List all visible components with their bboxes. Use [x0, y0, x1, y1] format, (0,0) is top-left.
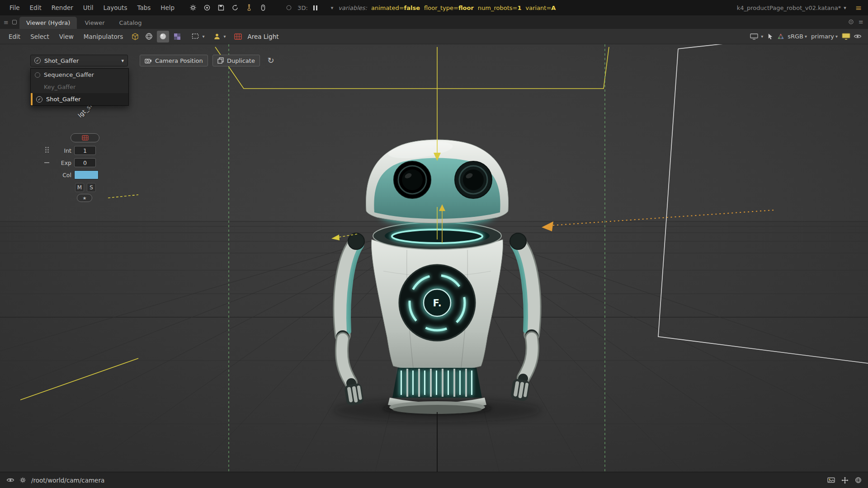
menu-util[interactable]: Util [78, 4, 99, 11]
channel-dropdown[interactable]: primary▾ [811, 33, 839, 40]
robot-chest-badge: F. [433, 298, 441, 309]
monitor-icon[interactable] [842, 33, 850, 40]
duplicate-icon [217, 57, 224, 64]
shading-cube-button[interactable] [129, 31, 141, 42]
snapshot-icon[interactable] [827, 477, 835, 483]
viewer-menu-manipulators[interactable]: Manipulators [79, 33, 128, 40]
marquee-icon [192, 33, 199, 40]
display-icon[interactable] [750, 33, 758, 40]
menu-option-sequence-gaffer[interactable]: Sequence_Gaffer [31, 69, 128, 81]
area-light-button[interactable] [232, 31, 244, 42]
favorite-button[interactable]: ★ [77, 194, 92, 202]
render-layers-button[interactable] [171, 31, 183, 42]
area-light-label: Area Light [247, 33, 278, 40]
viewer-toolbar: Edit Select View Manipulators ▾ ▾ Area L… [0, 29, 868, 44]
gaffer-dropdown-menu: Sequence_Gaffer Key_Gaffer ✓ Shot_Gaffer [30, 68, 129, 106]
rotate-manipulator-button[interactable]: ↻ [264, 53, 278, 67]
pane-options-icon[interactable]: ≡ [859, 19, 863, 25]
menu-help[interactable]: Help [156, 4, 179, 11]
reset-icon[interactable] [231, 4, 239, 11]
gaffer-select-dropdown[interactable]: ✓ Shot_Gaffer ▾ [30, 55, 128, 66]
main-menubar: File Edit Render Util Layouts Tabs Help … [0, 0, 868, 15]
pause-icon[interactable] [313, 5, 317, 10]
check-circle-icon: ✓ [36, 96, 42, 103]
shaded-sphere-icon [159, 33, 167, 40]
intensity-field[interactable]: 1 [74, 146, 96, 155]
menu-option-shot-gaffer[interactable]: ✓ Shot_Gaffer [31, 93, 128, 105]
empty-circle-icon [35, 72, 40, 78]
light-widget-header[interactable] [71, 133, 99, 142]
viewport-3d[interactable]: F. [0, 44, 868, 472]
rotate-icon: ↻ [267, 56, 274, 65]
collapse-handle-icon[interactable] [44, 162, 49, 163]
mode-label: 3D: [297, 5, 308, 11]
area-light-icon [234, 33, 242, 40]
tab-viewer[interactable]: Viewer [78, 17, 111, 29]
eye-icon[interactable] [854, 33, 862, 39]
chevron-down-icon: ▾ [805, 34, 807, 39]
menu-render[interactable]: Render [47, 4, 78, 11]
gear-icon[interactable] [189, 4, 197, 11]
light-creation-button[interactable] [211, 31, 223, 42]
pane-menu-icon[interactable]: ≡ [4, 19, 9, 26]
variables-label: variables: [338, 5, 367, 11]
graph-state-variables[interactable]: ▾ variables: animated=false floor_type=f… [331, 5, 556, 11]
chevron-down-icon: ▾ [331, 5, 334, 11]
person-icon [213, 33, 221, 40]
globe-icon[interactable] [855, 477, 862, 483]
marquee-select-button[interactable] [189, 31, 202, 42]
tabbar-right-icons: ≡ [848, 19, 863, 25]
node-target-icon[interactable] [203, 4, 211, 11]
environment-button[interactable] [143, 31, 155, 42]
cursor-icon[interactable] [767, 33, 774, 40]
menu-edit[interactable]: Edit [25, 4, 47, 11]
mute-toggle[interactable]: M [75, 183, 84, 192]
device-icon[interactable] [259, 4, 267, 11]
pane-split-icon[interactable] [12, 20, 17, 24]
variable-variant[interactable]: variant=A [526, 5, 556, 11]
pan-move-icon[interactable] [841, 477, 849, 484]
checker-icon [174, 33, 181, 40]
menubar-icon-group [189, 4, 267, 11]
light-color-swatch[interactable] [74, 170, 99, 179]
robot-left-eye [394, 161, 431, 198]
gear-icon[interactable] [19, 477, 26, 483]
exposure-field[interactable]: 0 [74, 158, 96, 167]
lighting-mode-button[interactable] [157, 31, 169, 42]
menu-layouts[interactable]: Layouts [99, 4, 132, 11]
viewport-canvas[interactable]: F. [0, 44, 868, 472]
viewer-menu-view[interactable]: View [54, 33, 79, 40]
star-icon: ★ [83, 196, 87, 201]
solo-toggle[interactable]: S [87, 183, 96, 192]
camera-position-button[interactable]: Camera Position [140, 55, 208, 66]
variable-num-robots[interactable]: num_robots=1 [478, 5, 522, 11]
main-menu-icon[interactable]: ≡ [855, 3, 862, 12]
statusbar-right-icons [827, 477, 862, 484]
menu-tabs[interactable]: Tabs [132, 4, 156, 11]
tab-viewer-hydra[interactable]: Viewer (Hydra) [19, 17, 77, 29]
variable-floor-type[interactable]: floor_type=floor [424, 5, 474, 11]
menu-option-key-gaffer[interactable]: Key_Gaffer [31, 81, 128, 93]
save-icon[interactable] [217, 4, 225, 11]
viewer-menu-select[interactable]: Select [25, 33, 54, 40]
flask-icon[interactable] [245, 4, 253, 11]
drag-handle-icon[interactable] [45, 147, 47, 148]
variable-animated[interactable]: animated=false [371, 5, 420, 11]
color-wheel-icon[interactable] [777, 33, 784, 40]
chevron-down-icon[interactable]: ▾ [202, 34, 204, 39]
duplicate-button[interactable]: Duplicate [212, 55, 260, 66]
toolbar-right-group: ▾ sRGB▾ primary▾ [750, 33, 864, 40]
chevron-down-icon[interactable]: ▾ [844, 5, 846, 11]
chevron-down-icon[interactable]: ▾ [223, 34, 226, 39]
viewer-menu-edit[interactable]: Edit [4, 33, 25, 40]
katana-application-window: File Edit Render Util Layouts Tabs Help … [0, 0, 868, 488]
colorspace-dropdown[interactable]: sRGB▾ [788, 33, 808, 40]
intensity-label: Int [54, 147, 71, 154]
project-filename: k4_productPage_robot_v02.katana* [737, 5, 841, 11]
chevron-down-icon[interactable]: ▾ [761, 34, 763, 39]
camera-icon [145, 58, 152, 64]
eye-icon[interactable] [6, 477, 14, 483]
pin-icon[interactable] [848, 19, 854, 25]
menu-file[interactable]: File [5, 4, 25, 11]
tab-catalog[interactable]: Catalog [113, 17, 149, 29]
